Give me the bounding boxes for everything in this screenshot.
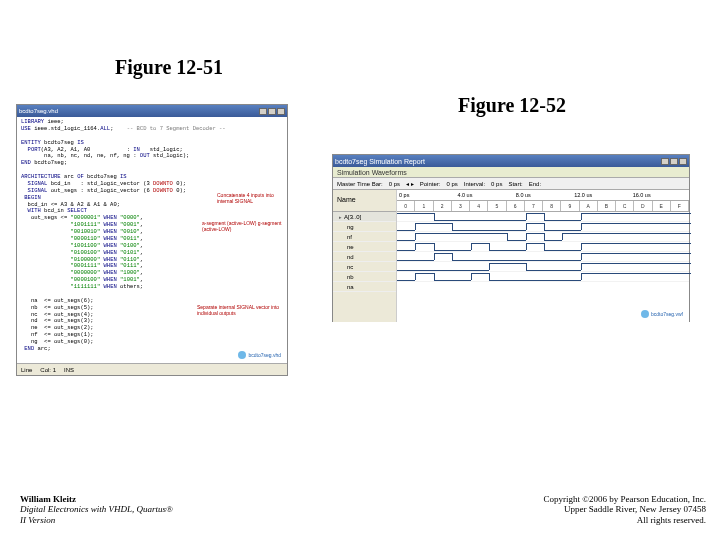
bus-value-cell: D <box>634 201 652 211</box>
editor-window: bcdto7seg.vhd LIBRARY ieee; USE ieee.std… <box>16 104 288 376</box>
signal-row[interactable]: nf <box>333 232 396 242</box>
info-interval-value: 0 ps <box>491 181 502 187</box>
info-interval-label: Interval: <box>464 181 485 187</box>
copyright-line-2: Upper Saddle River, New Jersey 07458 <box>543 504 706 515</box>
maximize-icon[interactable] <box>670 158 678 165</box>
bus-value-cell: 3 <box>452 201 470 211</box>
bus-value-cell: 1 <box>415 201 433 211</box>
info-master-label: Master Time Bar: <box>337 181 383 187</box>
signal-row[interactable]: ne <box>333 242 396 252</box>
signal-row-bus[interactable]: A[3..0] <box>333 212 396 222</box>
logo-icon <box>641 310 649 318</box>
status-mode: INS <box>64 367 74 373</box>
bus-value-cell: F <box>671 201 689 211</box>
waveform-row <box>397 272 689 282</box>
author-name: William Kleitz <box>20 494 173 505</box>
minimize-icon[interactable] <box>259 108 267 115</box>
time-tick: 8.0 us <box>514 192 572 198</box>
footer-author-block: William Kleitz Digital Electronics with … <box>20 494 173 526</box>
editor-badge: bcdto7seg.vhd <box>238 351 281 359</box>
time-tick: 16.0 us <box>631 192 689 198</box>
status-col: Col: 1 <box>40 367 56 373</box>
bus-value-cell: 8 <box>543 201 561 211</box>
close-icon[interactable] <box>679 158 687 165</box>
info-start-label: Start: <box>508 181 522 187</box>
bus-value-cell: B <box>598 201 616 211</box>
info-pointer-value: 0 ps <box>446 181 457 187</box>
bus-value-cell: 9 <box>561 201 579 211</box>
status-line: Line <box>21 367 32 373</box>
bus-value-row: 0123456789ABCDEF <box>397 201 689 212</box>
waveform-row <box>397 262 689 272</box>
bus-value-cell: 4 <box>470 201 488 211</box>
bus-value-cell: 2 <box>434 201 452 211</box>
sim-title: bcdto7seg Simulation Report <box>335 158 660 165</box>
info-end-label: End: <box>529 181 541 187</box>
bus-value-cell: E <box>653 201 671 211</box>
waveform-area[interactable]: Name A[3..0]ngnfnendncnbna 0 ps4.0 us8.0… <box>333 190 689 322</box>
figure-2-title: Figure 12-52 <box>458 94 566 117</box>
name-header: Name <box>333 190 396 209</box>
bus-value-cell: 7 <box>525 201 543 211</box>
annotation-concat: Concatenate 4 inputs into internal SIGNA… <box>217 193 287 204</box>
info-pointer-label: Pointer: <box>420 181 441 187</box>
signal-row[interactable]: ng <box>333 222 396 232</box>
maximize-icon[interactable] <box>268 108 276 115</box>
waveform-row <box>397 222 689 232</box>
bus-value-cell: 6 <box>507 201 525 211</box>
waveform-row <box>397 212 689 222</box>
logo-icon <box>238 351 246 359</box>
time-tick: 0 ps <box>397 192 455 198</box>
simulation-window: bcdto7seg Simulation Report Simulation W… <box>332 154 690 322</box>
sim-infobar: Master Time Bar: 0 ps ◂ ▸ Pointer: 0 ps … <box>333 178 689 190</box>
sim-badge: bcdto7seg.vwf <box>641 310 683 318</box>
bus-value-cell: 5 <box>488 201 506 211</box>
time-axis: 0 ps4.0 us8.0 us12.0 us16.0 us <box>397 190 689 201</box>
book-title-1: Digital Electronics with VHDL, Quartus® <box>20 504 173 515</box>
annotation-segments: a-segment (active-LOW) g-segment (active… <box>202 221 287 232</box>
annotation-separate: Separate internal SIGNAL vector into ind… <box>197 305 287 316</box>
editor-titlebar[interactable]: bcdto7seg.vhd <box>17 105 287 117</box>
signal-row[interactable]: na <box>333 282 396 292</box>
code-area[interactable]: LIBRARY ieee; USE ieee.std_logic_1164.AL… <box>17 117 287 363</box>
footer-copyright: Copyright ©2006 by Pearson Education, In… <box>543 494 706 526</box>
editor-title: bcdto7seg.vhd <box>19 108 258 114</box>
figure-1-title: Figure 12-51 <box>115 56 223 79</box>
copyright-line-1: Copyright ©2006 by Pearson Education, In… <box>543 494 706 505</box>
waveform-body[interactable]: 0 ps4.0 us8.0 us12.0 us16.0 us 012345678… <box>397 190 689 322</box>
sim-subheader: Simulation Waveforms <box>333 167 689 178</box>
close-icon[interactable] <box>277 108 285 115</box>
minimize-icon[interactable] <box>661 158 669 165</box>
info-master-value: 0 ps <box>389 181 400 187</box>
signal-row[interactable]: nb <box>333 272 396 282</box>
bus-value-cell: 0 <box>397 201 415 211</box>
sim-titlebar[interactable]: bcdto7seg Simulation Report <box>333 155 689 167</box>
time-tick: 12.0 us <box>572 192 630 198</box>
bus-value-cell: A <box>580 201 598 211</box>
waveform-row <box>397 232 689 242</box>
bus-value-cell: C <box>616 201 634 211</box>
copyright-line-3: All rights reserved. <box>543 515 706 526</box>
signal-name-column: Name A[3..0]ngnfnendncnbna <box>333 190 397 322</box>
waveform-row <box>397 242 689 252</box>
time-tick: 4.0 us <box>455 192 513 198</box>
waveform-row <box>397 252 689 262</box>
signal-row[interactable]: nc <box>333 262 396 272</box>
book-title-2: II Version <box>20 515 173 526</box>
signal-row[interactable]: nd <box>333 252 396 262</box>
editor-statusbar: Line Col: 1 INS <box>17 363 287 375</box>
